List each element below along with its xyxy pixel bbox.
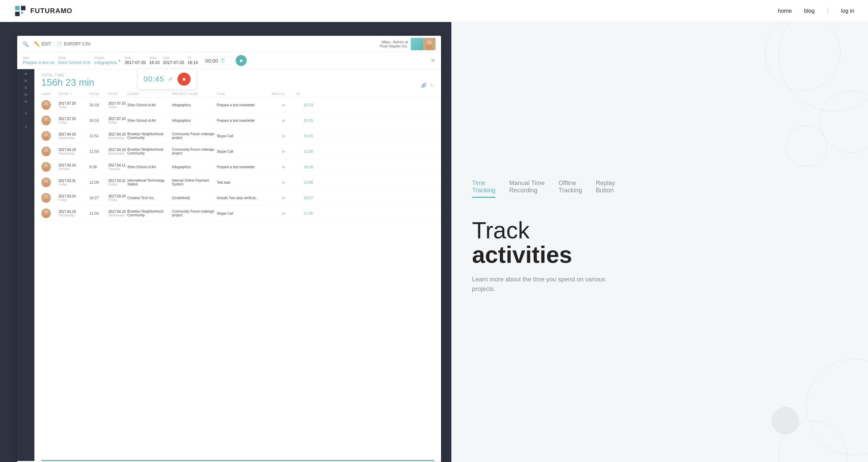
replay-icon[interactable]: ▶ <box>272 149 296 154</box>
svg-rect-3 <box>21 6 25 10</box>
app-container: 🔍 ✏️ EDIT 📄 EXPORT CSV Allea - Admin at … <box>17 36 441 462</box>
row-project: Community Forum redesign project <box>172 209 217 217</box>
col-client: CLIENT <box>127 92 172 96</box>
replay-icon[interactable]: ▶ <box>272 195 296 200</box>
search-icon: 🔍 <box>23 41 29 47</box>
nav-blog[interactable]: blog <box>804 8 814 14</box>
row-stop: 2017.04.19 Wednesday <box>108 148 127 155</box>
sidebar-dot-5 <box>24 100 27 103</box>
sidebar-dot-3 <box>24 86 27 89</box>
replay-icon[interactable]: ▶ <box>272 164 296 169</box>
edit-button[interactable]: ✏️ EDIT <box>34 41 51 47</box>
export-icon: 📄 <box>56 41 62 47</box>
hero-description: Learn more about the time you spend on v… <box>472 275 627 294</box>
close-button[interactable]: ✕ <box>430 57 436 64</box>
row-from: 16:10 <box>89 118 108 122</box>
sidebar-arrow-2[interactable]: › <box>25 123 27 129</box>
table-row[interactable]: 2017.03.24 Friday 16:27 2017.03.24 Frida… <box>34 190 441 206</box>
table-row[interactable]: 2017.04.10 Monday 8:38 2017.04.11 Tuesda… <box>34 159 441 175</box>
total-time-header: TOTAL TIME 156h 23 min 🔗 ↻ <box>34 69 441 91</box>
row-to: 12:06 <box>296 180 313 184</box>
tab-replay-button[interactable]: ReplayButton <box>596 180 615 198</box>
timer-check-icon: ⏱ <box>220 58 225 63</box>
export-button[interactable]: 📄 EXPORT CSV <box>56 41 90 47</box>
replay-icon[interactable]: ▶ <box>272 180 296 185</box>
app-main: TOTAL TIME 156h 23 min 🔗 ↻ USER START ▼ <box>34 69 441 461</box>
row-from: 8:38 <box>89 165 108 169</box>
data-table: USER START ▼ FROM STOP CLIENT PROJECT NA… <box>34 91 441 460</box>
table-row[interactable]: 2017.07.20 Today 16:18 2017.07.20 Today … <box>34 97 441 113</box>
app-sidebar: › › <box>17 69 34 461</box>
row-start: 2017.04.10 Monday <box>58 163 89 171</box>
main-content: 🔍 ✏️ EDIT 📄 EXPORT CSV Allea - Admin at … <box>0 22 868 462</box>
nav-home[interactable]: home <box>778 8 792 14</box>
tab-offline-tracking[interactable]: OfflineTracking <box>558 180 582 198</box>
row-task: Prepare a test newsletter <box>217 119 272 122</box>
sidebar-dot-1 <box>24 73 27 75</box>
row-project: Infographics <box>172 119 217 122</box>
col-replay: REPLAY <box>272 92 296 96</box>
row-client: Brooklyn Neighborhood Community <box>127 148 172 155</box>
svg-rect-1 <box>15 6 20 10</box>
logo-icon <box>14 4 27 18</box>
link-icon[interactable]: 🔗 <box>421 83 427 88</box>
row-stop: 2017.04.11 Tuesday <box>108 163 127 171</box>
col-task: TASK <box>217 92 272 96</box>
replay-icon[interactable]: ▶ <box>272 103 296 107</box>
table-row[interactable]: 2017.03.31 Friday 12:06 2017.03.31 Frida… <box>34 175 441 190</box>
row-client: Shire School of Art <box>127 119 172 122</box>
row-avatar <box>41 116 51 125</box>
row-client: Creative Tech Inc. <box>127 196 172 200</box>
header-actions: 🔗 ↻ <box>421 83 434 88</box>
table-row[interactable]: 2017.04.19 Wednesday 11:50 2017.04.19 We… <box>34 144 441 159</box>
row-to: 14:16 <box>296 165 313 169</box>
table-body: 2017.07.20 Today 16:18 2017.07.20 Today … <box>34 97 441 221</box>
table-row[interactable]: 2017.07.20 Today 16:10 2017.07.20 Today … <box>34 113 441 128</box>
row-avatar <box>41 131 51 141</box>
row-to: 16:15 <box>296 118 313 122</box>
row-to: 16:19 <box>296 103 313 107</box>
nav-login[interactable]: log in <box>841 8 854 14</box>
replay-icon[interactable]: ▶ <box>272 133 296 138</box>
row-task: Include Two-step verificat... <box>217 196 272 200</box>
row-from: 16:27 <box>89 196 108 200</box>
sidebar-arrow[interactable]: › <box>25 110 27 116</box>
row-stop: 2017.07.20 Today <box>108 101 127 109</box>
row-from: 11:51 <box>89 134 108 138</box>
col-project: PROJECT NAME <box>172 92 217 96</box>
to-field: To 16:14 <box>187 56 198 65</box>
tab-time-tracking[interactable]: TimeTracking <box>472 180 495 198</box>
topbar-right: Allea - Admin at Pixel Stapler Inc. <box>379 38 436 50</box>
bg-circle-6 <box>772 407 799 434</box>
logo-area: FUTURAMO <box>14 4 72 18</box>
row-stop: 2017.03.31 Friday <box>108 179 127 186</box>
row-stop: 2017.04.19 Wednesday <box>108 210 127 217</box>
project-dropdown[interactable]: Project Infographics ▼ <box>94 56 121 65</box>
bg-circle-5 <box>806 359 868 455</box>
table-row[interactable]: 2017.04.19 Wednesday 11:50 2017.04.19 We… <box>34 206 441 221</box>
client-field: Client Shire School of Ar <box>58 56 91 65</box>
replay-icon[interactable]: ▶ <box>272 211 296 216</box>
top-nav: FUTURAMO home blog | log in <box>0 0 868 22</box>
col-stop: STOP <box>108 92 127 96</box>
row-to: 11:50 <box>296 211 313 215</box>
table-row[interactable]: 2017.04.19 Wednesday 11:51 2017.04.19 We… <box>34 128 441 144</box>
replay-icon[interactable]: ▶ <box>272 118 296 123</box>
row-stop: 2017.04.19 Wednesday <box>108 132 127 140</box>
row-client: Brooklyn Neighborhood Community <box>127 209 172 217</box>
stop-button[interactable] <box>178 73 191 86</box>
row-task: Prepare a test newsletter <box>217 165 272 169</box>
row-project: Internal Online Payment System <box>172 179 217 186</box>
row-avatar <box>41 162 51 172</box>
tab-manual-time-recording[interactable]: Manual TimeRecording <box>509 180 545 198</box>
row-project: (Undefined) <box>172 196 217 200</box>
search-button[interactable]: 🔍 <box>23 41 29 47</box>
refresh-icon[interactable]: ↻ <box>430 83 434 88</box>
row-task: Skype Call <box>217 150 272 153</box>
row-task: Skype Call <box>217 134 272 138</box>
app-body: › › TOTAL TIME 156h 23 min 🔗 ↻ <box>17 69 441 461</box>
bg-circle-4 <box>785 125 827 166</box>
nav-divider: | <box>827 7 829 15</box>
play-button[interactable] <box>236 55 247 66</box>
timer-display: 00:00 ⏱ <box>201 56 232 65</box>
